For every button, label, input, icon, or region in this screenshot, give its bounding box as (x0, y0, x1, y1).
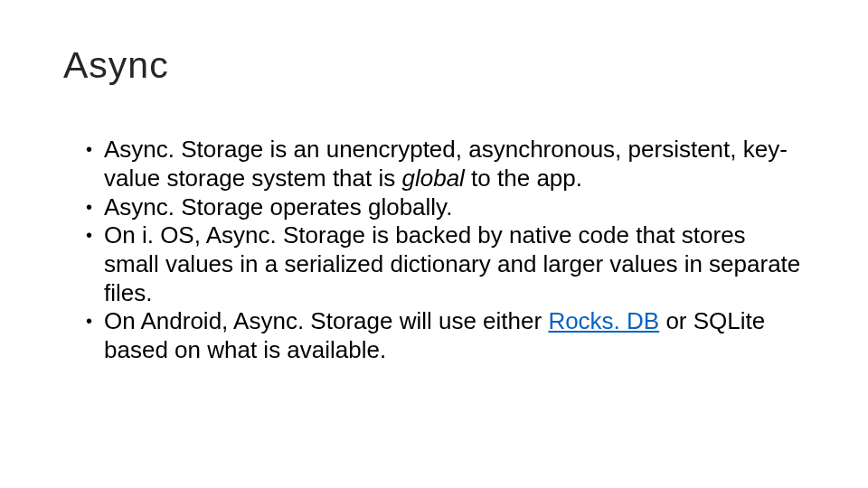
bullet-text: Async. Storage operates globally. (104, 193, 452, 221)
slide-title: Async (63, 45, 805, 86)
slide: Async Async. Storage is an unencrypted, … (0, 0, 868, 488)
bullet-text: On i. OS, Async. Storage is backed by na… (104, 221, 800, 305)
list-item: On i. OS, Async. Storage is backed by na… (86, 221, 805, 307)
bullet-list: Async. Storage is an unencrypted, asynch… (63, 136, 805, 365)
bullet-italic: global (401, 164, 464, 192)
bullet-text: On Android, Async. Storage will use eith… (104, 307, 548, 334)
bullet-text: to the app. (465, 164, 582, 192)
list-item: On Android, Async. Storage will use eith… (86, 307, 805, 364)
list-item: Async. Storage operates globally. (86, 193, 805, 222)
list-item: Async. Storage is an unencrypted, asynch… (86, 136, 805, 192)
rocksdb-link[interactable]: Rocks. DB (548, 307, 659, 334)
